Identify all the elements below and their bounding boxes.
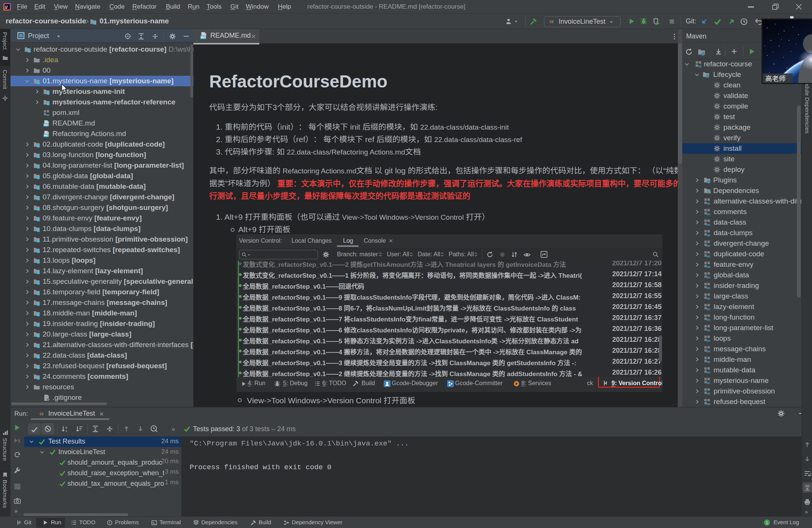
svg-text:IJ: IJ (5, 5, 8, 8)
svg-text:高老师: 高老师 (765, 73, 786, 83)
svg-text:9: 9 (18, 439, 20, 443)
svg-text:1: 1 (766, 520, 768, 525)
